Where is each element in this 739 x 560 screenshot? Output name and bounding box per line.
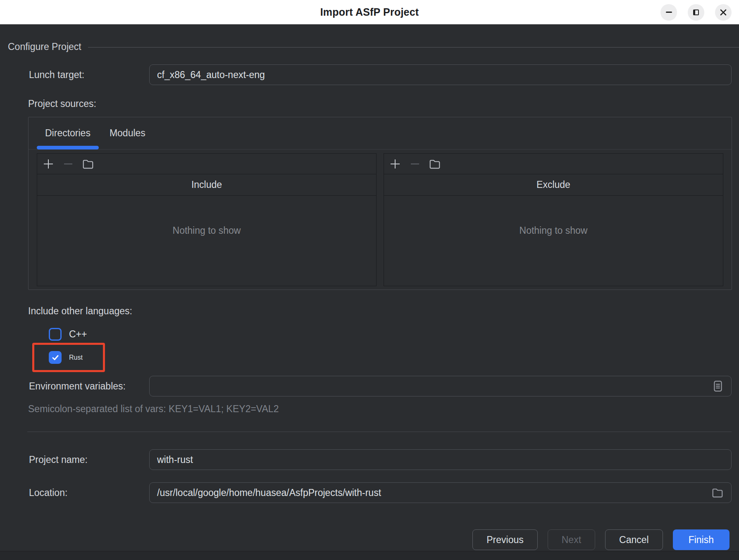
finish-button[interactable]: Finish [673, 529, 729, 550]
exclude-choose-folder-button[interactable] [428, 157, 442, 171]
tab-directories-label: Directories [45, 128, 91, 139]
location-label: Location: [28, 487, 149, 498]
window-controls [660, 0, 732, 24]
include-other-languages-label: Include other languages: [28, 306, 739, 317]
folder-icon [429, 158, 441, 170]
lunch-target-input[interactable]: cf_x86_64_auto-next-eng [149, 64, 732, 85]
lunch-target-value: cf_x86_64_auto-next-eng [157, 69, 724, 81]
lunch-target-row: Lunch target: cf_x86_64_auto-next-eng [28, 64, 732, 85]
project-sources-groupbox: Directories Modules [28, 117, 732, 290]
minimize-button[interactable] [660, 4, 677, 21]
minimize-icon [666, 12, 672, 13]
include-panel-toolbar [37, 154, 376, 174]
include-panel: Include Nothing to show [37, 153, 377, 286]
include-panel-header: Include [37, 174, 376, 196]
location-row: Location: /usr/local/google/home/huasea/… [28, 482, 732, 503]
expand-list-button[interactable] [712, 380, 724, 393]
environment-variables-label: Environment variables: [28, 381, 149, 392]
dialog-button-bar: Previous Next Cancel Finish [0, 529, 729, 550]
project-name-row: Project name: with-rust [28, 449, 732, 470]
environment-variables-input[interactable] [149, 376, 732, 396]
section-title: Configure Project [8, 41, 81, 52]
section-divider-line [88, 47, 739, 47]
previous-button[interactable]: Previous [472, 529, 537, 550]
configure-project-section: Configure Project [8, 41, 739, 52]
project-sources-tabstrip: Directories Modules [29, 117, 732, 149]
environment-variables-row: Environment variables: [28, 376, 732, 396]
location-input[interactable]: /usr/local/google/home/huasea/AsfpProjec… [149, 482, 732, 503]
include-remove-button[interactable] [61, 157, 75, 171]
checkmark-icon [51, 354, 60, 362]
close-icon [720, 9, 727, 16]
project-sources-label: Project sources: [28, 98, 739, 109]
dialog-bottom-strip [0, 551, 739, 560]
location-value: /usr/local/google/home/huasea/AsfpProjec… [157, 487, 711, 498]
include-add-button[interactable] [41, 157, 55, 171]
maximize-icon [693, 9, 699, 15]
exclude-add-button[interactable] [388, 157, 402, 171]
folder-icon [711, 486, 724, 499]
selected-tab-underline [37, 146, 99, 149]
dialog-title: Import ASfP Project [320, 6, 419, 18]
next-button[interactable]: Next [548, 529, 595, 550]
include-exclude-panels: Include Nothing to show [37, 153, 723, 286]
rust-highlight-box: Rust [32, 343, 105, 372]
minus-icon [62, 158, 74, 170]
include-choose-folder-button[interactable] [81, 157, 95, 171]
close-button[interactable] [715, 4, 732, 21]
tab-modules[interactable]: Modules [101, 117, 154, 149]
project-name-input[interactable]: with-rust [149, 449, 732, 470]
tab-directories[interactable]: Directories [37, 117, 99, 149]
exclude-panel-toolbar [384, 154, 723, 174]
cpp-checkbox[interactable] [49, 328, 62, 341]
project-name-value: with-rust [157, 454, 724, 465]
exclude-remove-button[interactable] [408, 157, 422, 171]
rust-checkbox-label: Rust [69, 354, 83, 361]
form-divider [27, 432, 732, 432]
cancel-button[interactable]: Cancel [605, 529, 663, 550]
import-asfp-dialog: Import ASfP Project Configure Project Lu… [0, 0, 739, 560]
include-panel-empty-text: Nothing to show [37, 196, 376, 286]
cpp-checkbox-label: C++ [69, 329, 87, 340]
maximize-button[interactable] [688, 4, 704, 21]
plus-icon [43, 158, 54, 170]
exclude-panel-header: Exclude [384, 174, 723, 196]
browse-folder-button[interactable] [711, 486, 724, 499]
minus-icon [409, 158, 421, 170]
exclude-panel: Exclude Nothing to show [384, 153, 723, 286]
folder-icon [82, 158, 94, 170]
tab-modules-label: Modules [110, 128, 145, 139]
plus-icon [389, 158, 401, 170]
variables-list-icon [712, 380, 724, 393]
cpp-language-row: C++ [49, 328, 739, 341]
rust-checkbox[interactable] [49, 351, 62, 364]
project-name-label: Project name: [28, 454, 149, 465]
exclude-panel-empty-text: Nothing to show [384, 196, 723, 286]
titlebar: Import ASfP Project [0, 0, 739, 24]
environment-variables-hint: Semicolon-separated list of vars: KEY1=V… [28, 403, 739, 415]
lunch-target-label: Lunch target: [28, 69, 149, 81]
